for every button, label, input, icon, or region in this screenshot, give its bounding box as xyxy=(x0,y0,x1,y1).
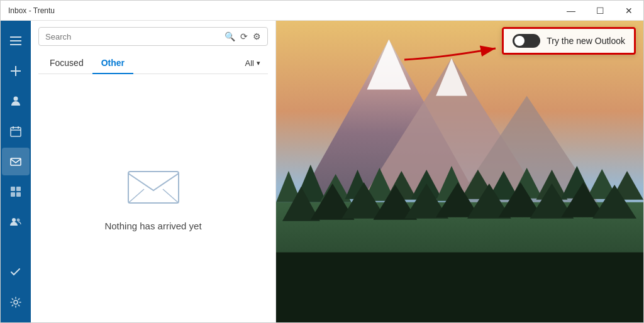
close-button[interactable]: ✕ xyxy=(614,1,643,21)
empty-mail-icon xyxy=(125,165,182,209)
filter-icon[interactable]: ⚙ xyxy=(253,31,261,41)
search-input[interactable] xyxy=(45,32,225,41)
sidebar-icon-mail[interactable] xyxy=(2,148,30,175)
main-layout: 🔍 ⟳ ⚙ Focused Other All ▾ xyxy=(1,21,643,322)
tabs: Focused Other xyxy=(41,52,133,74)
tab-filter[interactable]: All ▾ xyxy=(240,56,265,70)
window-controls: — ☐ ✕ xyxy=(557,1,643,20)
email-empty-state: Nothing has arrived yet xyxy=(31,74,275,322)
sidebar-icon-grid[interactable] xyxy=(2,178,30,205)
sidebar-icon-contacts[interactable] xyxy=(2,208,30,236)
outlook-toggle-switch[interactable] xyxy=(513,34,540,48)
tab-focused[interactable]: Focused xyxy=(41,53,92,74)
svg-rect-7 xyxy=(16,187,21,191)
svg-rect-4 xyxy=(11,128,21,136)
compose-icon xyxy=(10,65,21,77)
sidebar-icon-tasks[interactable] xyxy=(2,258,30,286)
tab-other[interactable]: Other xyxy=(92,53,133,74)
tasks-icon xyxy=(10,266,21,278)
search-bar[interactable]: 🔍 ⟳ ⚙ xyxy=(38,27,268,46)
sidebar xyxy=(1,21,31,322)
svg-rect-13 xyxy=(128,172,179,203)
svg-rect-5 xyxy=(11,158,21,165)
sidebar-icon-compose[interactable] xyxy=(2,57,30,85)
sidebar-icon-calendar[interactable] xyxy=(2,118,30,145)
svg-rect-6 xyxy=(11,187,15,191)
svg-rect-1 xyxy=(10,40,21,41)
svg-rect-2 xyxy=(10,44,21,45)
svg-point-10 xyxy=(12,218,16,222)
empty-state-message: Nothing has arrived yet xyxy=(104,221,201,231)
window-title: Inbox - Trentu xyxy=(8,6,55,15)
filter-label: All xyxy=(245,58,254,68)
svg-point-12 xyxy=(14,300,18,304)
mail-icon xyxy=(10,156,21,167)
app-window: Inbox - Trentu — ☐ ✕ xyxy=(0,0,644,323)
settings-icon xyxy=(10,297,21,308)
contacts-icon xyxy=(10,216,21,227)
search-icon[interactable]: 🔍 xyxy=(225,31,235,41)
grid-icon xyxy=(10,186,21,197)
search-icons: 🔍 ⟳ ⚙ xyxy=(225,31,261,41)
red-arrow-svg xyxy=(392,35,505,66)
email-panel: 🔍 ⟳ ⚙ Focused Other All ▾ xyxy=(31,21,276,322)
svg-rect-52 xyxy=(276,253,643,322)
hamburger-icon xyxy=(10,35,21,47)
refresh-icon[interactable]: ⟳ xyxy=(240,31,248,41)
sidebar-icon-hamburger[interactable] xyxy=(2,27,30,55)
tabs-row: Focused Other All ▾ xyxy=(38,52,268,74)
people-icon xyxy=(10,96,21,107)
background-image: Try the new Outlook xyxy=(276,21,643,322)
svg-rect-0 xyxy=(10,36,21,38)
svg-rect-8 xyxy=(11,192,15,197)
email-panel-header: 🔍 ⟳ ⚙ Focused Other All ▾ xyxy=(31,21,275,74)
calendar-icon xyxy=(10,126,21,137)
arrow-annotation xyxy=(392,35,505,68)
chevron-down-icon: ▾ xyxy=(257,59,260,67)
outlook-toggle-bar: Try the new Outlook xyxy=(502,27,636,55)
maximize-button[interactable]: ☐ xyxy=(586,1,614,21)
sidebar-icon-settings[interactable] xyxy=(2,288,30,316)
svg-point-11 xyxy=(17,219,20,222)
sidebar-icon-people[interactable] xyxy=(2,87,30,115)
svg-rect-9 xyxy=(16,192,21,197)
svg-line-14 xyxy=(128,189,144,203)
title-bar: Inbox - Trentu — ☐ ✕ xyxy=(1,1,643,21)
svg-line-15 xyxy=(163,189,179,203)
minimize-button[interactable]: — xyxy=(557,1,586,21)
svg-point-3 xyxy=(14,97,18,101)
outlook-toggle-label: Try the new Outlook xyxy=(547,36,625,46)
content-panel: Try the new Outlook xyxy=(276,21,643,322)
